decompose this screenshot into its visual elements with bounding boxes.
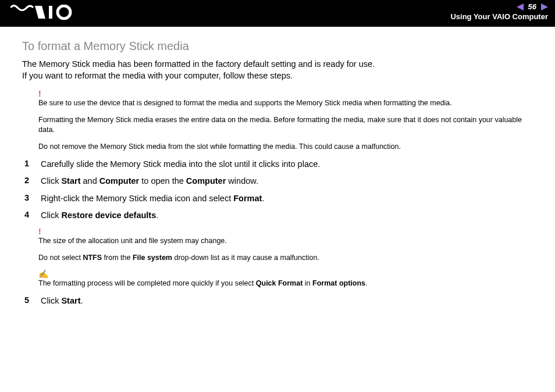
step-number: 5 [22, 295, 41, 305]
step-4: 4 Click Restore device defaults. [22, 210, 533, 222]
step-1: 1 Carefully slide the Memory Stick media… [22, 159, 533, 170]
warning-block-2: ! The size of the allocation unit and fi… [22, 227, 533, 263]
warning-text: Be sure to use the device that is design… [38, 98, 533, 108]
warning-block-1: ! Be sure to use the device that is desi… [22, 90, 533, 152]
intro-line-2: If you want to reformat the media with y… [22, 71, 293, 80]
step-number: 1 [22, 159, 41, 168]
step-5: 5 Click Start. [22, 295, 533, 307]
warning-text: Do not select NTFS from the File system … [38, 253, 533, 263]
page-content: To format a Memory Stick media The Memor… [0, 27, 555, 307]
warning-icon: ! [38, 227, 533, 236]
prev-page-arrow-icon[interactable] [517, 3, 525, 10]
step-text: Right-click the Memory Stick media icon … [41, 193, 264, 205]
step-number: 3 [22, 193, 41, 202]
page-title: To format a Memory Stick media [22, 40, 533, 53]
section-name: Using Your VAIO Computer [450, 12, 548, 21]
step-text: Click Restore device defaults. [41, 210, 158, 222]
header-right: 56 Using Your VAIO Computer [450, 0, 548, 21]
step-number: 2 [22, 176, 41, 185]
step-text: Click Start. [41, 295, 83, 307]
step-2: 2 Click Start and Computer to open the C… [22, 176, 533, 187]
warning-text: Do not remove the Memory Stick media fro… [38, 142, 533, 152]
warning-icon: ! [38, 90, 533, 98]
warning-text: Formatting the Memory Stick media erases… [38, 115, 533, 135]
intro-text: The Memory Stick media has been formatte… [22, 59, 533, 81]
tip-icon: ✍ [38, 270, 533, 278]
warning-text: The size of the allocation unit and file… [38, 236, 533, 246]
step-text: Click Start and Computer to open the Com… [41, 176, 258, 187]
svg-rect-0 [49, 6, 52, 19]
vaio-logo [10, 5, 74, 22]
next-page-arrow-icon[interactable] [540, 3, 548, 10]
page-header: 56 Using Your VAIO Computer [0, 0, 555, 27]
tip-block: ✍ The formatting process will be complet… [22, 270, 533, 288]
tip-text: The formatting process will be completed… [38, 279, 533, 288]
page-number: 56 [528, 2, 536, 11]
svg-point-1 [58, 6, 70, 19]
step-text: Carefully slide the Memory Stick media i… [41, 159, 320, 170]
page-navigation: 56 [450, 2, 548, 11]
step-number: 4 [22, 210, 41, 219]
intro-line-1: The Memory Stick media has been formatte… [22, 59, 375, 69]
step-3: 3 Right-click the Memory Stick media ico… [22, 193, 533, 205]
